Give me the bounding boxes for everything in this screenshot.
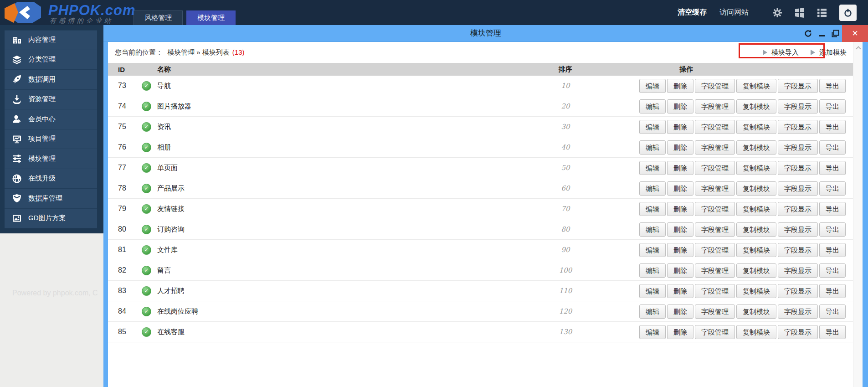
field-display-button[interactable]: 字段显示 xyxy=(778,99,818,114)
field-display-button[interactable]: 字段显示 xyxy=(778,120,818,134)
field-manage-button[interactable]: 字段管理 xyxy=(695,202,735,216)
edit-button[interactable]: 编辑 xyxy=(639,325,666,339)
field-manage-button[interactable]: 字段管理 xyxy=(695,140,735,155)
field-display-button[interactable]: 字段显示 xyxy=(778,181,818,196)
refresh-icon[interactable] xyxy=(801,25,815,42)
copy-module-button[interactable]: 复制模块 xyxy=(736,243,776,257)
delete-button[interactable]: 删除 xyxy=(667,263,693,278)
sidebar-item-resource-manage[interactable]: 资源管理 xyxy=(5,90,97,110)
export-button[interactable]: 导出 xyxy=(819,161,846,175)
field-manage-button[interactable]: 字段管理 xyxy=(695,284,735,298)
field-display-button[interactable]: 字段显示 xyxy=(778,202,818,216)
field-manage-button[interactable]: 字段管理 xyxy=(695,161,735,175)
export-button[interactable]: 导出 xyxy=(819,284,846,298)
field-manage-button[interactable]: 字段管理 xyxy=(695,222,735,237)
logout-power-button[interactable] xyxy=(839,5,857,21)
close-icon[interactable]: ✕ xyxy=(842,25,868,42)
edit-button[interactable]: 编辑 xyxy=(639,140,666,155)
copy-module-button[interactable]: 复制模块 xyxy=(736,263,776,278)
field-display-button[interactable]: 字段显示 xyxy=(778,263,818,278)
field-display-button[interactable]: 字段显示 xyxy=(778,79,818,93)
delete-button[interactable]: 删除 xyxy=(667,99,693,114)
copy-module-button[interactable]: 复制模块 xyxy=(736,140,776,155)
scroll-up-button[interactable] xyxy=(853,42,863,53)
tab-style-manage[interactable]: 风格管理 xyxy=(134,10,183,25)
copy-module-button[interactable]: 复制模块 xyxy=(736,284,776,298)
delete-button[interactable]: 删除 xyxy=(667,140,693,155)
delete-button[interactable]: 删除 xyxy=(667,284,693,298)
export-button[interactable]: 导出 xyxy=(819,243,846,257)
export-button[interactable]: 导出 xyxy=(819,79,846,93)
edit-button[interactable]: 编辑 xyxy=(639,99,666,114)
copy-module-button[interactable]: 复制模块 xyxy=(736,99,776,114)
export-button[interactable]: 导出 xyxy=(819,202,846,216)
sidebar-item-online-upgrade[interactable]: 在线升级 xyxy=(5,169,97,189)
content-scrollbar[interactable] xyxy=(853,42,863,387)
copy-module-button[interactable]: 复制模块 xyxy=(736,304,776,319)
clear-cache-link[interactable]: 清空缓存 xyxy=(678,8,707,17)
field-manage-button[interactable]: 字段管理 xyxy=(695,304,735,319)
field-manage-button[interactable]: 字段管理 xyxy=(695,120,735,134)
edit-button[interactable]: 编辑 xyxy=(639,304,666,319)
copy-module-button[interactable]: 复制模块 xyxy=(736,79,776,93)
edit-button[interactable]: 编辑 xyxy=(639,161,666,175)
edit-button[interactable]: 编辑 xyxy=(639,79,666,93)
field-manage-button[interactable]: 字段管理 xyxy=(695,263,735,278)
sidebar-item-database-manage[interactable]: 数据库管理 xyxy=(5,189,97,209)
maximize-icon[interactable] xyxy=(828,25,842,42)
list-menu-icon[interactable] xyxy=(817,8,827,18)
app-grid-icon[interactable] xyxy=(795,8,805,18)
tab-module-manage[interactable]: 模块管理 xyxy=(186,10,236,25)
field-manage-button[interactable]: 字段管理 xyxy=(695,243,735,257)
minimize-icon[interactable] xyxy=(815,25,828,42)
edit-button[interactable]: 编辑 xyxy=(639,181,666,196)
export-button[interactable]: 导出 xyxy=(819,325,846,339)
delete-button[interactable]: 删除 xyxy=(667,181,693,196)
edit-button[interactable]: 编辑 xyxy=(639,202,666,216)
field-manage-button[interactable]: 字段管理 xyxy=(695,79,735,93)
gear-icon[interactable] xyxy=(772,8,782,18)
copy-module-button[interactable]: 复制模块 xyxy=(736,325,776,339)
export-button[interactable]: 导出 xyxy=(819,263,846,278)
field-manage-button[interactable]: 字段管理 xyxy=(695,99,735,114)
add-module-button[interactable]: 添加模块 xyxy=(811,48,847,57)
copy-module-button[interactable]: 复制模块 xyxy=(736,222,776,237)
delete-button[interactable]: 删除 xyxy=(667,202,693,216)
delete-button[interactable]: 删除 xyxy=(667,304,693,319)
delete-button[interactable]: 删除 xyxy=(667,222,693,237)
field-display-button[interactable]: 字段显示 xyxy=(778,161,818,175)
edit-button[interactable]: 编辑 xyxy=(639,243,666,257)
field-display-button[interactable]: 字段显示 xyxy=(778,284,818,298)
edit-button[interactable]: 编辑 xyxy=(639,222,666,237)
visit-site-link[interactable]: 访问网站 xyxy=(719,8,749,17)
field-display-button[interactable]: 字段显示 xyxy=(778,325,818,339)
sidebar-item-project-manage[interactable]: 项目管理 xyxy=(5,129,97,150)
field-display-button[interactable]: 字段显示 xyxy=(778,304,818,319)
sidebar-item-member-center[interactable]: 会员中心 xyxy=(5,109,97,129)
delete-button[interactable]: 删除 xyxy=(667,79,693,93)
field-display-button[interactable]: 字段显示 xyxy=(778,222,818,237)
sidebar-item-content-manage[interactable]: 内容管理 xyxy=(5,30,97,50)
delete-button[interactable]: 删除 xyxy=(667,120,693,134)
export-button[interactable]: 导出 xyxy=(819,140,846,155)
edit-button[interactable]: 编辑 xyxy=(639,284,666,298)
field-manage-button[interactable]: 字段管理 xyxy=(695,325,735,339)
delete-button[interactable]: 删除 xyxy=(667,325,693,339)
sidebar-item-module-manage[interactable]: 模块管理 xyxy=(5,149,97,169)
field-manage-button[interactable]: 字段管理 xyxy=(695,181,735,196)
copy-module-button[interactable]: 复制模块 xyxy=(736,202,776,216)
delete-button[interactable]: 删除 xyxy=(667,161,693,175)
export-button[interactable]: 导出 xyxy=(819,99,846,114)
copy-module-button[interactable]: 复制模块 xyxy=(736,120,776,134)
delete-button[interactable]: 删除 xyxy=(667,243,693,257)
copy-module-button[interactable]: 复制模块 xyxy=(736,161,776,175)
edit-button[interactable]: 编辑 xyxy=(639,120,666,134)
field-display-button[interactable]: 字段显示 xyxy=(778,243,818,257)
sidebar-item-data-call[interactable]: 数据调用 xyxy=(5,70,97,90)
export-button[interactable]: 导出 xyxy=(819,120,846,134)
field-display-button[interactable]: 字段显示 xyxy=(778,140,818,155)
export-button[interactable]: 导出 xyxy=(819,222,846,237)
copy-module-button[interactable]: 复制模块 xyxy=(736,181,776,196)
sidebar-item-category-manage[interactable]: 分类管理 xyxy=(5,50,97,70)
export-button[interactable]: 导出 xyxy=(819,181,846,196)
